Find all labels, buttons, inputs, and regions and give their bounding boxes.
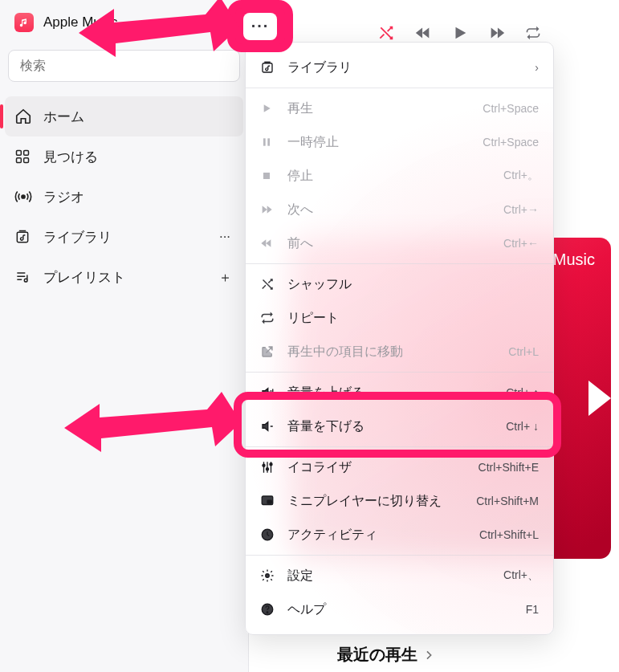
svg-rect-1: [24, 151, 29, 156]
play-icon: [588, 381, 611, 416]
menu-item-pause: 一時停止Ctrl+Space: [246, 125, 553, 159]
menu-item-stop: 停止Ctrl+。: [246, 159, 553, 193]
menu-item-label: 次へ: [287, 202, 503, 218]
sidebar-item-label: ホーム: [43, 108, 84, 126]
menu-item-shortcut: Ctrl+ ↓: [506, 420, 539, 433]
search-wrap: [8, 50, 240, 82]
menu-section: 再生Ctrl+Space一時停止Ctrl+Space停止Ctrl+。次へCtrl…: [246, 88, 553, 263]
chevron-right-icon: ›: [535, 61, 539, 74]
feature-card-label: Music: [553, 250, 595, 269]
sidebar-item-radio[interactable]: ラジオ: [5, 177, 243, 217]
menu-item-shortcut: Ctrl+Space: [483, 102, 539, 115]
menu-item-label: シャッフル: [287, 276, 539, 293]
menu-item-goto: 再生中の項目に移動Ctrl+L: [246, 335, 553, 369]
help-icon: [260, 602, 287, 617]
menu-item-shortcut: Ctrl+Space: [483, 136, 539, 149]
prev-icon: [260, 237, 287, 250]
goto-icon: [260, 344, 287, 359]
menu-item-repeat[interactable]: リピート: [246, 301, 553, 335]
more-icon[interactable]: ···: [216, 229, 234, 245]
repeat-icon: [260, 311, 287, 325]
menu-section: ライブラリ›: [246, 47, 553, 88]
stop-icon: [260, 169, 287, 182]
menu-item-shortcut: Ctrl+←: [503, 237, 539, 250]
menu-item-label: リピート: [287, 310, 539, 327]
svg-rect-0: [17, 151, 22, 156]
play-icon: [260, 102, 287, 115]
svg-rect-7: [263, 63, 272, 72]
plus-icon[interactable]: ＋: [216, 268, 234, 287]
menu-item-equalizer[interactable]: イコライザCtrl+Shift+E: [246, 450, 553, 484]
menu-item-miniplayer[interactable]: ミニプレイヤーに切り替えCtrl+Shift+M: [246, 484, 553, 518]
menu-item-shortcut: Ctrl+Shift+L: [479, 528, 539, 541]
app-title: Apple Music: [43, 14, 118, 31]
menu-item-next: 次へCtrl+→: [246, 193, 553, 226]
sidebar-item-label: プレイリスト: [43, 268, 125, 287]
voldown-icon: [260, 419, 287, 434]
menu-item-label: ヘルプ: [287, 601, 526, 618]
svg-rect-10: [263, 173, 270, 179]
menu-item-shortcut: Ctrl+。: [503, 169, 539, 183]
app-logo-icon: [14, 13, 34, 32]
menu-item-label: アクティビティ: [287, 527, 479, 544]
svg-point-13: [270, 463, 272, 466]
pause-icon: [260, 136, 287, 149]
menu-item-shortcut: Ctrl+Shift+M: [476, 495, 539, 507]
more-menu: ライブラリ›再生Ctrl+Space一時停止Ctrl+Space停止Ctrl+。…: [245, 42, 554, 635]
menu-item-settings[interactable]: 設定Ctrl+、: [246, 559, 553, 593]
sidebar: Apple Music ホーム 見つける ラジオ ライブラリ: [0, 0, 249, 672]
sidebar-item-browse[interactable]: 見つける: [5, 136, 243, 177]
menu-item-label: 再生: [287, 100, 483, 117]
menu-item-activity[interactable]: アクティビティCtrl+Shift+L: [246, 518, 553, 552]
menu-item-label: 音量を上げる: [287, 385, 506, 401]
svg-rect-2: [17, 158, 22, 163]
volup-icon: [260, 385, 287, 400]
menu-item-label: 前へ: [287, 235, 503, 252]
menu-item-label: 一時停止: [287, 134, 483, 151]
chevron-right-icon: [422, 649, 435, 662]
svg-rect-8: [263, 138, 266, 145]
sidebar-item-label: ラジオ: [43, 188, 84, 206]
menu-item-label: 音量を下げる: [287, 418, 506, 435]
app-title-row: Apple Music: [0, 0, 248, 40]
recent-label: 最近の再生: [337, 644, 417, 666]
menu-item-library[interactable]: ライブラリ›: [246, 51, 553, 84]
sidebar-item-home[interactable]: ホーム: [5, 96, 243, 136]
search-input[interactable]: [8, 50, 240, 82]
svg-rect-9: [267, 138, 270, 145]
menu-item-play: 再生Ctrl+Space: [246, 92, 553, 125]
menu-item-shortcut: Ctrl+Shift+E: [479, 461, 539, 474]
menu-item-label: イコライザ: [287, 459, 479, 476]
menu-item-shortcut: Ctrl+、: [503, 568, 539, 583]
menu-item-help[interactable]: ヘルプF1: [246, 593, 553, 626]
sidebar-item-label: 見つける: [43, 148, 98, 166]
menu-item-shortcut: F1: [526, 603, 539, 616]
svg-rect-5: [17, 232, 27, 242]
equalizer-icon: [260, 460, 287, 474]
grid-icon: [14, 149, 43, 165]
menu-item-label: ライブラリ: [287, 59, 535, 76]
next-icon: [260, 203, 287, 216]
library-icon: [260, 60, 287, 75]
menu-item-shortcut: Ctrl+ ↑: [506, 386, 539, 399]
menu-item-label: 再生中の項目に移動: [287, 344, 508, 360]
menu-item-voldown[interactable]: 音量を下げるCtrl+ ↓: [246, 409, 553, 443]
sidebar-item-library[interactable]: ライブラリ ···: [5, 217, 243, 257]
home-icon: [14, 108, 43, 125]
menu-item-shuffle[interactable]: シャッフル: [246, 267, 553, 301]
menu-item-shortcut: Ctrl+L: [508, 345, 539, 358]
library-icon: [14, 229, 43, 245]
activity-icon: [260, 527, 287, 542]
svg-rect-15: [267, 500, 271, 503]
recent-heading[interactable]: 最近の再生: [337, 644, 435, 666]
svg-point-17: [266, 574, 270, 578]
menu-item-label: 停止: [287, 168, 503, 185]
menu-item-prev: 前へCtrl+←: [246, 226, 553, 260]
sidebar-nav: ホーム 見つける ラジオ ライブラリ ··· プレイリスト ＋: [0, 96, 248, 297]
sidebar-item-playlist[interactable]: プレイリスト ＋: [5, 257, 243, 297]
menu-section: イコライザCtrl+Shift+Eミニプレイヤーに切り替えCtrl+Shift+…: [246, 446, 553, 555]
menu-item-volup[interactable]: 音量を上げるCtrl+ ↑: [246, 376, 553, 409]
svg-point-4: [22, 195, 25, 198]
miniplayer-icon: [260, 494, 287, 508]
menu-section: シャッフルリピート再生中の項目に移動Ctrl+L: [246, 263, 553, 372]
